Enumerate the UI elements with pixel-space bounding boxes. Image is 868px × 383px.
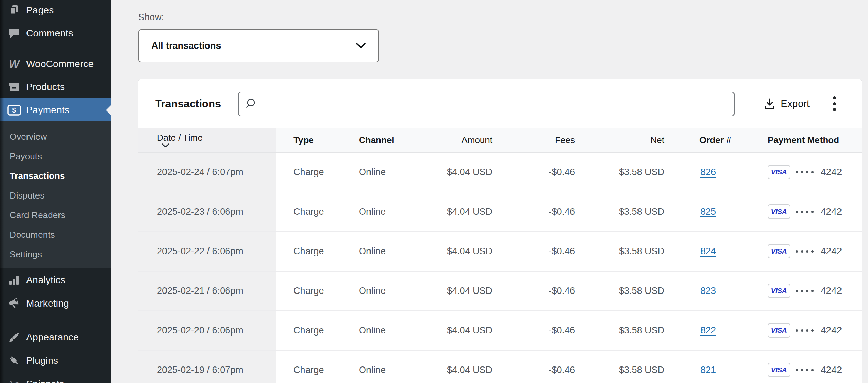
sidebar-item-products[interactable]: Products <box>0 75 111 98</box>
card-masked-digits <box>796 171 814 173</box>
table-row: 2025-02-24 / 6:07pm Charge Online $4.04 … <box>138 152 862 192</box>
cell-type: Charge <box>276 350 341 383</box>
cell-date-time: 2025-02-20 / 6:06pm <box>138 311 276 350</box>
sidebar-subitem-payouts[interactable]: Payouts <box>0 147 111 166</box>
cell-order: 826 <box>668 152 754 192</box>
card-masked-digits <box>796 329 814 332</box>
order-link[interactable]: 826 <box>700 167 716 177</box>
cell-payment-method: VISA 4242 <box>754 271 862 311</box>
cell-order: 821 <box>668 350 754 383</box>
sidebar-item-payments[interactable]: $ Payments <box>0 98 111 121</box>
cell-payment-method: VISA 4242 <box>754 192 862 232</box>
sort-desc-icon <box>162 143 169 148</box>
sidebar-item-analytics[interactable]: Analytics <box>0 268 111 292</box>
sidebar-item-comments[interactable]: Comments <box>0 22 111 45</box>
card-last4: 4242 <box>821 364 842 375</box>
cell-amount: $4.04 USD <box>424 152 496 192</box>
sidebar-subitem-card-readers[interactable]: Card Readers <box>0 205 111 225</box>
cell-net: $3.58 USD <box>578 152 668 192</box>
cell-channel: Online <box>341 311 424 350</box>
sidebar-item-pages[interactable]: Pages <box>0 0 111 22</box>
cell-channel: Online <box>341 192 424 232</box>
download-icon <box>764 98 775 110</box>
card-masked-digits <box>796 211 814 213</box>
cell-fees: -$0.46 <box>496 350 578 383</box>
sidebar-subitem-documents[interactable]: Documents <box>0 225 111 245</box>
visa-badge: VISA <box>768 284 790 298</box>
transactions-table: Date / Time Type Channel Amount Fees Net… <box>138 128 862 383</box>
order-link[interactable]: 825 <box>700 206 716 217</box>
card-masked-digits <box>796 250 814 253</box>
analytics-icon <box>6 273 22 287</box>
card-masked-digits <box>796 369 814 371</box>
order-link[interactable]: 822 <box>700 325 716 336</box>
cell-date-time: 2025-02-22 / 6:06pm <box>138 232 276 271</box>
cell-fees: -$0.46 <box>496 311 578 350</box>
cell-fees: -$0.46 <box>496 271 578 311</box>
column-header-amount[interactable]: Amount <box>424 128 496 152</box>
sidebar-subitem-disputes[interactable]: Disputes <box>0 186 111 205</box>
kebab-dot <box>833 108 836 111</box>
sidebar-item-plugins[interactable]: Plugins <box>0 349 111 372</box>
products-icon <box>6 80 22 94</box>
cell-order: 822 <box>668 311 754 350</box>
cell-type: Charge <box>276 271 341 311</box>
cell-order: 824 <box>668 232 754 271</box>
column-header-net[interactable]: Net <box>578 128 668 152</box>
cell-fees: -$0.46 <box>496 192 578 232</box>
cell-payment-method: VISA 4242 <box>754 232 862 271</box>
sidebar-item-woocommerce[interactable]: W WooCommerce <box>0 52 111 75</box>
card-last4: 4242 <box>821 285 842 296</box>
order-link[interactable]: 821 <box>700 365 716 375</box>
search-icon <box>246 98 257 110</box>
table-row: 2025-02-20 / 6:06pm Charge Online $4.04 … <box>138 311 862 350</box>
visa-badge: VISA <box>768 204 790 219</box>
visa-badge: VISA <box>768 323 790 338</box>
cell-amount: $4.04 USD <box>424 271 496 311</box>
transactions-filter-dropdown[interactable]: All transactions <box>138 29 379 62</box>
cell-type: Charge <box>276 232 341 271</box>
search-input[interactable] <box>257 92 734 116</box>
column-header-fees[interactable]: Fees <box>496 128 578 152</box>
sidebar-item-label: Analytics <box>26 275 65 286</box>
column-header-payment-method: Payment Method <box>754 128 862 152</box>
sidebar-item-snippets[interactable]: ✂ Snippets <box>0 372 111 383</box>
table-row: 2025-02-22 / 6:06pm Charge Online $4.04 … <box>138 232 862 271</box>
sidebar-subitem-overview[interactable]: Overview <box>0 127 111 147</box>
payments-submenu: Overview Payouts Transactions Disputes C… <box>0 121 111 268</box>
order-link[interactable]: 824 <box>700 246 716 256</box>
cell-payment-method: VISA 4242 <box>754 350 862 383</box>
column-header-channel: Channel <box>341 128 424 152</box>
cell-payment-method: VISA 4242 <box>754 311 862 350</box>
export-button[interactable]: Export <box>764 98 810 110</box>
sidebar-item-marketing[interactable]: Marketing <box>0 292 111 315</box>
show-filter-label: Show: <box>138 12 164 23</box>
sidebar-item-label: Products <box>26 82 65 93</box>
search-box[interactable] <box>238 92 735 116</box>
sidebar-item-label: Payments <box>26 105 69 116</box>
sidebar-item-label: Plugins <box>26 355 58 366</box>
sidebar-item-appearance[interactable]: Appearance <box>0 326 111 349</box>
card-last4: 4242 <box>821 246 842 257</box>
visa-badge: VISA <box>768 165 790 179</box>
more-options-button[interactable] <box>831 94 838 113</box>
cell-net: $3.58 USD <box>578 271 668 311</box>
card-header: Transactions Export <box>138 79 862 128</box>
sidebar-item-label: Marketing <box>26 298 69 309</box>
column-header-type: Type <box>276 128 341 152</box>
cell-fees: -$0.46 <box>496 232 578 271</box>
column-header-date-time[interactable]: Date / Time <box>138 128 276 152</box>
cell-date-time: 2025-02-21 / 6:06pm <box>138 271 276 311</box>
sidebar-subitem-settings[interactable]: Settings <box>0 245 111 264</box>
card-masked-digits <box>796 290 814 292</box>
visa-badge: VISA <box>768 363 790 377</box>
sidebar-item-label: Appearance <box>26 332 79 343</box>
admin-sidebar: Pages Comments W WooCommerce Products <box>0 0 111 383</box>
cell-amount: $4.04 USD <box>424 311 496 350</box>
main-content: Show: All transactions Transactions <box>111 0 868 383</box>
order-link[interactable]: 823 <box>700 286 716 296</box>
sidebar-item-label: Pages <box>26 5 54 16</box>
table-header-row: Date / Time Type Channel Amount Fees Net… <box>138 128 862 152</box>
dropdown-selected-value: All transactions <box>151 41 356 51</box>
sidebar-subitem-transactions[interactable]: Transactions <box>0 166 111 186</box>
